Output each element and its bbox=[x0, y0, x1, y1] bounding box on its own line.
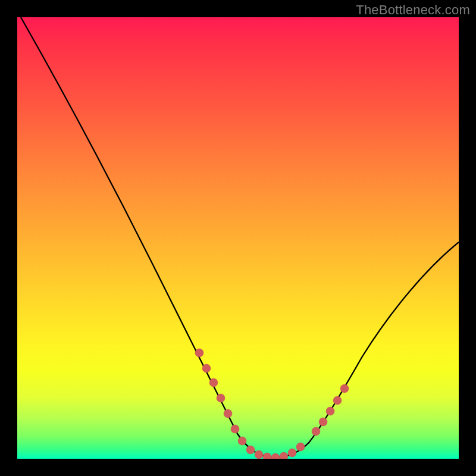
chart-frame: TheBottleneck.com bbox=[0, 0, 476, 476]
watermark-text: TheBottleneck.com bbox=[356, 2, 470, 18]
chart-gradient-background bbox=[17, 17, 459, 459]
